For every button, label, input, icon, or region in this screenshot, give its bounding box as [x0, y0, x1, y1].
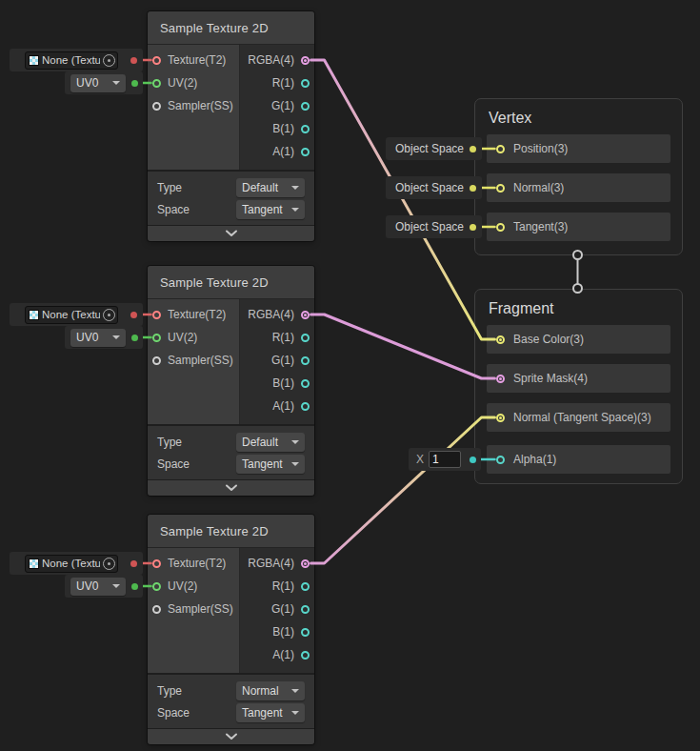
edge[interactable]: [311, 60, 495, 339]
t2-in-sampler-port[interactable]: [152, 356, 161, 365]
fragment-block-connector[interactable]: [572, 283, 583, 294]
port-label: Texture(T2): [168, 53, 226, 67]
v-tangent-port[interactable]: [496, 223, 505, 232]
t2-out-g-port[interactable]: [301, 356, 310, 365]
t3-out-r-port[interactable]: [301, 582, 310, 591]
type-dropdown[interactable]: Normal: [236, 681, 305, 700]
object-picker-icon[interactable]: [103, 558, 115, 570]
edge[interactable]: [311, 315, 495, 378]
t3-out-b-port[interactable]: [301, 628, 310, 637]
t1-out-rgba-port[interactable]: [301, 56, 310, 65]
uv-channel-chip: UV0: [65, 575, 143, 598]
collapse-preview-button[interactable]: [148, 728, 314, 744]
t3-in-texture-port[interactable]: [152, 559, 161, 568]
space-dropdown[interactable]: Tangent: [236, 455, 305, 474]
t1-in-sampler-port[interactable]: [152, 102, 161, 111]
t1-out-a-port[interactable]: [301, 148, 310, 156]
node-title-bar[interactable]: Sample Texture 2D: [148, 11, 314, 45]
output-ports-column: RGBA(4)R(1)G(1)B(1)A(1): [240, 548, 314, 673]
space-value-label[interactable]: Object Space: [395, 181, 464, 194]
port-label: A(1): [272, 399, 294, 413]
sample-texture-2d-node-2[interactable]: Sample Texture 2D Texture(T2)UV(2)Sample…: [148, 266, 314, 496]
f-normalts-port[interactable]: [496, 414, 505, 422]
t3-out-a-port[interactable]: [301, 651, 310, 660]
t2-in-uv-port[interactable]: [152, 334, 161, 342]
port-connector-dot[interactable]: [131, 335, 138, 341]
uv-channel-dropdown[interactable]: UV0: [70, 329, 126, 347]
port-label: RGBA(4): [248, 53, 294, 67]
texture-object-field[interactable]: None (Textu: [25, 306, 118, 324]
space-value-label[interactable]: Object Space: [395, 142, 464, 155]
t1-in-uv-port[interactable]: [152, 79, 161, 88]
alpha-value-input[interactable]: [429, 451, 461, 468]
v-position-port[interactable]: [496, 145, 505, 153]
port-connector-dot[interactable]: [131, 583, 138, 590]
vertex-context-node[interactable]: Vertex Position(3)Normal(3)Tangent(3): [474, 98, 683, 255]
f-alpha-port[interactable]: [496, 456, 505, 464]
node-title: Sample Texture 2D: [160, 275, 269, 290]
edge[interactable]: [311, 417, 495, 563]
port-connector-dot[interactable]: [470, 457, 476, 463]
fragment-title: Fragment: [475, 290, 682, 325]
object-picker-icon[interactable]: [103, 54, 115, 67]
port-label: RGBA(4): [248, 557, 294, 570]
port-connector-dot[interactable]: [130, 57, 137, 64]
t2-out-r-port[interactable]: [301, 334, 310, 342]
node-title-bar[interactable]: Sample Texture 2D: [148, 266, 314, 299]
vertex-block-rows: Position(3)Normal(3)Tangent(3): [475, 134, 682, 241]
input-port-row: Texture(T2): [148, 303, 239, 326]
input-port-row: UV(2): [148, 71, 239, 94]
port-connector-dot[interactable]: [470, 224, 476, 231]
port-label: A(1): [272, 145, 294, 158]
f-basecolor-row: Base Color(3): [487, 325, 670, 354]
t2-out-a-port[interactable]: [301, 402, 310, 411]
node-title-bar[interactable]: Sample Texture 2D: [148, 515, 314, 548]
type-dropdown[interactable]: Default: [236, 433, 305, 452]
texture-object-field[interactable]: None (Textu: [25, 555, 118, 573]
type-setting-row: Type Default: [148, 176, 314, 198]
sample-texture-2d-node-1[interactable]: Sample Texture 2D Texture(T2)UV(2)Sample…: [148, 11, 314, 241]
sample-texture-2d-node-3[interactable]: Sample Texture 2D Texture(T2)UV(2)Sample…: [148, 515, 314, 744]
port-label: Base Color(3): [513, 333, 584, 346]
t1-out-g-port[interactable]: [301, 102, 310, 111]
space-dropdown[interactable]: Tangent: [236, 703, 305, 722]
collapse-preview-button[interactable]: [148, 225, 314, 241]
uv-channel-dropdown[interactable]: UV0: [70, 74, 126, 92]
vertex-block-connector[interactable]: [572, 250, 583, 260]
t1-out-r-port[interactable]: [301, 79, 310, 88]
f-basecolor-port[interactable]: [496, 335, 505, 344]
fragment-context-node[interactable]: Fragment Base Color(3)Sprite Mask(4)Norm…: [474, 289, 683, 484]
space-setting-row: Space Tangent: [148, 453, 314, 475]
t1-in-texture-port[interactable]: [152, 56, 161, 65]
object-picker-icon[interactable]: [103, 309, 115, 321]
uv-channel-value: UV0: [76, 331, 98, 344]
type-setting-row: Type Normal: [148, 680, 314, 701]
port-connector-dot[interactable]: [470, 146, 476, 152]
port-label: G(1): [271, 354, 294, 367]
t2-out-b-port[interactable]: [301, 379, 310, 388]
space-dropdown[interactable]: Tangent: [236, 200, 305, 219]
shader-graph-canvas[interactable]: Sample Texture 2D Texture(T2)UV(2)Sample…: [0, 0, 700, 751]
t2-out-rgba-port[interactable]: [301, 311, 310, 319]
t1-out-b-port[interactable]: [301, 125, 310, 133]
input-ports-column: Texture(T2)UV(2)Sampler(SS): [148, 299, 240, 424]
port-connector-dot[interactable]: [130, 312, 137, 318]
port-connector-dot[interactable]: [131, 80, 138, 87]
type-label: Type: [157, 181, 236, 194]
uv-channel-dropdown[interactable]: UV0: [70, 578, 126, 596]
port-connector-dot[interactable]: [470, 185, 476, 192]
t3-in-uv-port[interactable]: [152, 582, 161, 591]
texture-object-field[interactable]: None (Textu: [25, 51, 118, 70]
t3-out-g-port[interactable]: [301, 605, 310, 614]
port-label: R(1): [272, 76, 294, 90]
space-value-label[interactable]: Object Space: [395, 220, 464, 233]
port-label: UV(2): [168, 331, 197, 344]
v-normal-port[interactable]: [496, 184, 505, 193]
t3-out-rgba-port[interactable]: [301, 559, 310, 568]
t3-in-sampler-port[interactable]: [152, 605, 161, 614]
port-connector-dot[interactable]: [130, 560, 137, 567]
collapse-preview-button[interactable]: [148, 479, 314, 496]
f-spritemask-port[interactable]: [496, 375, 505, 383]
type-dropdown[interactable]: Default: [236, 178, 305, 197]
t2-in-texture-port[interactable]: [152, 311, 161, 319]
